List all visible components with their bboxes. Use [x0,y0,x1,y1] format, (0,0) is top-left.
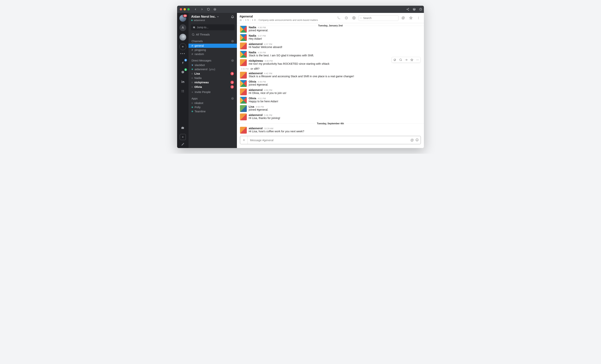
rail-facebook[interactable]: 2 [179,59,186,66]
rail-apps-grid[interactable] [179,88,186,95]
app-nikabot[interactable]: nikabot [189,101,237,105]
message[interactable]: Olivia4:49 PMjoined #general. [237,79,424,88]
message-author[interactable]: Olivia [249,97,256,100]
rail-add-app[interactable] [180,134,186,140]
message-author[interactable]: aidannerol [249,89,262,91]
avatar[interactable] [240,105,247,112]
message-author[interactable]: Olivia [249,80,256,83]
star-channel-icon[interactable] [240,19,242,21]
message-scroll[interactable]: Tuesday, January 2nd Nadia4:36 PMjoined … [237,23,424,134]
history-button[interactable] [417,6,424,13]
message-author[interactable]: aidannerol [249,72,262,75]
avatar[interactable] [240,51,247,58]
dm-lisa[interactable]: Lisa3 [189,71,237,76]
rail-workspace-2[interactable]: A [179,24,186,31]
dm-nickpineau[interactable]: nickpineau1 [189,80,237,85]
message-author[interactable]: Nadia [249,34,256,37]
thread-icon[interactable] [398,57,403,62]
pins-icon[interactable]: 0 [251,19,256,21]
message-author[interactable]: Lisa [249,105,254,108]
notifications-icon[interactable] [231,15,234,19]
message-author[interactable]: aidannerol [249,127,262,130]
rail-workspace-1[interactable]: 14 [179,15,186,22]
maximize-window-icon[interactable] [187,8,190,10]
avatar[interactable] [240,34,247,41]
add-dm-icon[interactable] [231,59,234,62]
message-author[interactable]: aidannerol [249,42,262,46]
rail-settings-icon[interactable] [181,143,184,146]
message[interactable]: aidannerol10:28 AMHi Lisa, how's coffee … [237,126,424,134]
channel-random[interactable]: #random [189,52,237,56]
message[interactable]: Lisa4:56 PMjoined #general. [237,104,424,113]
rail-add-workspace[interactable] [179,43,186,50]
compose-attach-icon[interactable] [240,136,248,144]
app-polly[interactable]: Polly [189,105,237,109]
message-followup[interactable]: 4:40 PMor slift? [237,67,424,71]
search-box[interactable] [359,15,399,21]
apps-header[interactable]: Apps [189,94,237,101]
react-icon[interactable] [392,57,398,62]
info-icon[interactable] [343,15,349,21]
avatar[interactable] [240,59,247,66]
more-icon[interactable] [416,15,421,21]
stack-button[interactable] [411,6,417,13]
avatar[interactable] [240,80,247,87]
all-threads-link[interactable]: All Threads [189,32,237,37]
compose-emoji-icon[interactable] [415,138,419,142]
channel-pingpong[interactable]: #pingpong [189,48,237,52]
settings-icon[interactable] [351,15,357,21]
message[interactable]: Olivia4:51 PMHappy to be here Aidan! [237,96,424,104]
close-window-icon[interactable] [180,8,182,10]
add-app-icon[interactable] [231,97,234,100]
avatar[interactable] [240,26,247,33]
members-icon[interactable]: 5 [245,19,249,21]
more-actions-icon[interactable] [415,57,420,62]
message-author[interactable]: Nadia [249,26,256,29]
rail-linkedin[interactable] [179,78,186,85]
rail-workspace-3[interactable] [179,34,186,41]
mentions-icon[interactable]: @ [400,15,406,21]
avatar[interactable] [240,42,247,49]
star-icon[interactable] [408,15,414,21]
workspace-header[interactable]: Aidan Nerol Inc. aidannerol [189,13,237,22]
dm-aidannerol[interactable]: aidannerol (you) [189,67,237,71]
channel-general[interactable]: #general [189,44,237,48]
dm-nadia[interactable]: Nadia [189,76,237,80]
back-button[interactable] [192,6,199,13]
message[interactable]: nickpineau4:40 PMme too! my productivity… [237,59,424,67]
share-message-icon[interactable] [403,57,409,62]
avatar[interactable] [240,113,247,120]
star-message-icon[interactable] [409,57,415,62]
minimize-window-icon[interactable] [184,8,186,10]
compose-box[interactable]: @ [240,136,421,144]
avatar[interactable] [240,72,247,79]
message[interactable]: Nadia4:37 PMHey Aidan! [237,33,424,42]
rail-messenger[interactable]: 1 [179,69,186,76]
message[interactable]: aidannerol5:06 PMHi Lisa, thanks for joi… [237,113,424,121]
compose-input[interactable] [248,138,411,142]
message[interactable]: aidannerol4:42 PMSlack is a lifesaver an… [237,71,424,79]
avatar[interactable] [240,89,247,95]
dm-olivia[interactable]: Olivia2 [189,85,237,89]
avatar[interactable] [240,127,247,134]
message-author[interactable]: nickpineau [249,59,263,62]
rail-files[interactable] [179,125,186,131]
message-author[interactable]: aidannerol [249,113,262,117]
invite-people-link[interactable]: + Invite People [189,90,237,94]
rail-more-icon[interactable]: ••• [180,53,185,57]
channels-header[interactable]: Channels [189,37,237,44]
message[interactable]: aidannerol4:37 PMHi Nadia! Welcome aboar… [237,42,424,50]
compose-mention-icon[interactable]: @ [411,138,414,142]
message[interactable]: aidannerol4:50 PMHi Olivia, nice of you … [237,88,424,96]
add-channel-icon[interactable] [231,39,234,43]
avatar[interactable] [240,97,247,104]
dm-header[interactable]: Direct Messages [189,56,237,63]
search-input[interactable] [363,16,397,20]
message-author[interactable]: Nadia [249,51,256,54]
reload-button[interactable] [205,6,212,13]
share-button[interactable] [404,6,411,13]
call-icon[interactable] [336,15,341,21]
channel-topic[interactable]: Company-wide announcements and work-base… [259,19,318,21]
app-teamline[interactable]: Teamline [189,109,237,113]
jump-to-input[interactable]: Jump to... [191,24,235,30]
